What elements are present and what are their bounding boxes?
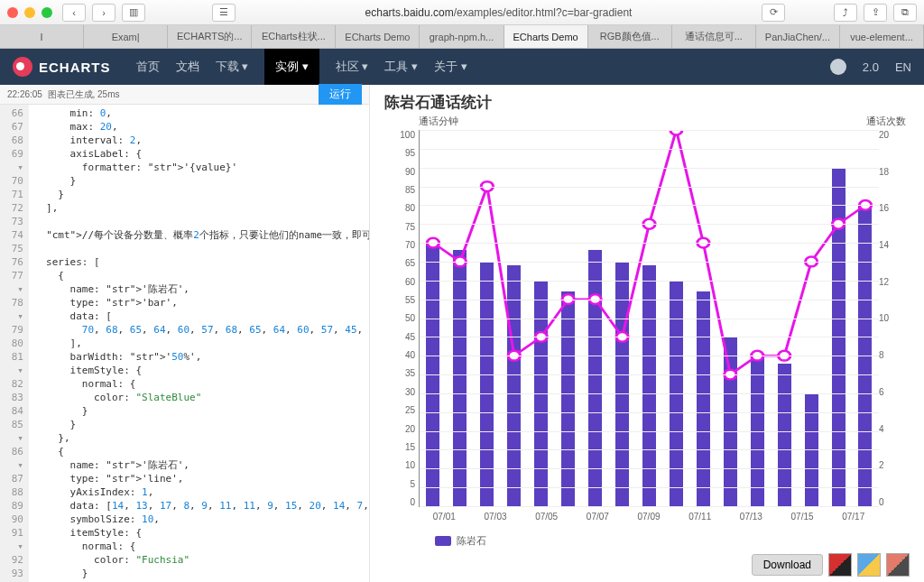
echarts-logo-icon: [13, 57, 32, 77]
browser-tab[interactable]: ECharts Demo: [504, 25, 588, 48]
browser-tab[interactable]: RGB颜色值...: [588, 25, 672, 48]
x-tick-label: 07/11: [674, 512, 725, 522]
nav-item[interactable]: 关于 ▾: [434, 59, 467, 75]
reader-button[interactable]: ☰: [212, 4, 236, 22]
status-time: 22:26:05: [7, 89, 42, 99]
chart-legend[interactable]: 陈岩石: [384, 534, 910, 548]
nav-item[interactable]: 工具 ▾: [384, 59, 418, 75]
legend-label: 陈岩石: [457, 534, 486, 548]
x-tick-label: 07/17: [827, 512, 879, 522]
run-button[interactable]: 运行: [319, 84, 362, 105]
github-icon[interactable]: [830, 59, 846, 75]
left-axis-title: 通话分钟: [419, 115, 458, 128]
echarts-header: ECHARTS 首页文档下载 ▾实例 ▾社区 ▾工具 ▾关于 ▾ 2.0 EN: [0, 49, 924, 85]
upload-button[interactable]: ⤴: [834, 4, 857, 22]
browser-tab[interactable]: ECharts Demo: [336, 25, 420, 48]
nav-item[interactable]: 下载 ▾: [216, 59, 249, 75]
nav-item[interactable]: 文档: [176, 59, 199, 75]
code-editor-pane: 22:26:05 图表已生成, 25ms 运行 66 67 68 69 ▾ 70…: [0, 85, 370, 582]
sidebar-button[interactable]: ▥: [122, 4, 145, 22]
x-tick-label: 07/09: [624, 512, 675, 522]
chart-pane: 陈岩石通话统计 通话分钟 通话次数 1009590858075706560555…: [370, 85, 924, 582]
x-tick-label: 07/01: [419, 512, 470, 522]
share-button[interactable]: ⇪: [864, 4, 887, 22]
echarts-logo[interactable]: ECHARTS: [13, 57, 111, 77]
browser-toolbar: ‹ › ▥ ☰ echarts.baidu.com/examples/edito…: [0, 0, 924, 25]
browser-tab[interactable]: 通话信息可...: [672, 25, 756, 48]
nav-item[interactable]: 实例 ▾: [264, 49, 319, 85]
minimize-window-icon[interactable]: [24, 7, 35, 18]
status-text: 图表已生成, 25ms: [48, 88, 120, 101]
x-tick-label: 07/03: [470, 512, 522, 522]
browser-tab[interactable]: ECharts柱状...: [252, 25, 336, 48]
chart-title: 陈岩石通话统计: [384, 92, 910, 113]
chart-plot-area[interactable]: 1009590858075706560555045403530252015105…: [384, 130, 910, 532]
download-button[interactable]: Download: [752, 554, 823, 576]
x-tick-label: 07/15: [777, 512, 828, 522]
reload-button[interactable]: ⟳: [762, 4, 785, 22]
x-tick-label: 07/07: [572, 512, 624, 522]
address-bar[interactable]: echarts.baidu.com/examples/editor.html?c…: [242, 6, 755, 19]
browser-tab[interactable]: graph-npm.h...: [420, 25, 504, 48]
work-area: 22:26:05 图表已生成, 25ms 运行 66 67 68 69 ▾ 70…: [0, 85, 924, 582]
x-tick-label: 07/13: [725, 512, 777, 522]
close-window-icon[interactable]: [7, 7, 18, 18]
forward-button[interactable]: ›: [92, 4, 116, 22]
lang-switch[interactable]: EN: [895, 60, 911, 74]
theme-switch-3[interactable]: [886, 553, 910, 577]
code-editor[interactable]: 66 67 68 69 ▾ 70 71 72 73 74 75 76 77 ▾ …: [0, 105, 369, 582]
nav-item[interactable]: 社区 ▾: [336, 59, 369, 75]
legend-swatch: [435, 536, 451, 546]
echarts-brand-text: ECHARTS: [39, 60, 111, 75]
browser-tab[interactable]: I: [0, 25, 84, 48]
x-tick-label: 07/05: [521, 512, 572, 522]
maximize-window-icon[interactable]: [42, 7, 52, 18]
browser-tab[interactable]: vue-element...: [840, 25, 924, 48]
version-label[interactable]: 2.0: [863, 60, 879, 74]
tabs-button[interactable]: ⧉: [893, 4, 917, 22]
browser-tab[interactable]: ECHARTS的...: [168, 25, 252, 48]
window-controls: [7, 7, 52, 18]
right-axis-title: 通话次数: [866, 115, 906, 128]
echarts-nav: 首页文档下载 ▾实例 ▾社区 ▾工具 ▾关于 ▾: [136, 49, 467, 85]
theme-switch-2[interactable]: [857, 553, 881, 577]
browser-tabstrip: IExam|ECHARTS的...ECharts柱状...ECharts Dem…: [0, 25, 924, 49]
browser-tab[interactable]: Exam|: [84, 25, 168, 48]
browser-tab[interactable]: PanJiaChen/...: [756, 25, 840, 48]
back-button[interactable]: ‹: [62, 4, 86, 22]
chart-toolbar: Download: [384, 553, 910, 577]
theme-switch-1[interactable]: [828, 553, 852, 577]
editor-statusbar: 22:26:05 图表已生成, 25ms 运行: [0, 85, 369, 105]
nav-item[interactable]: 首页: [136, 59, 160, 75]
